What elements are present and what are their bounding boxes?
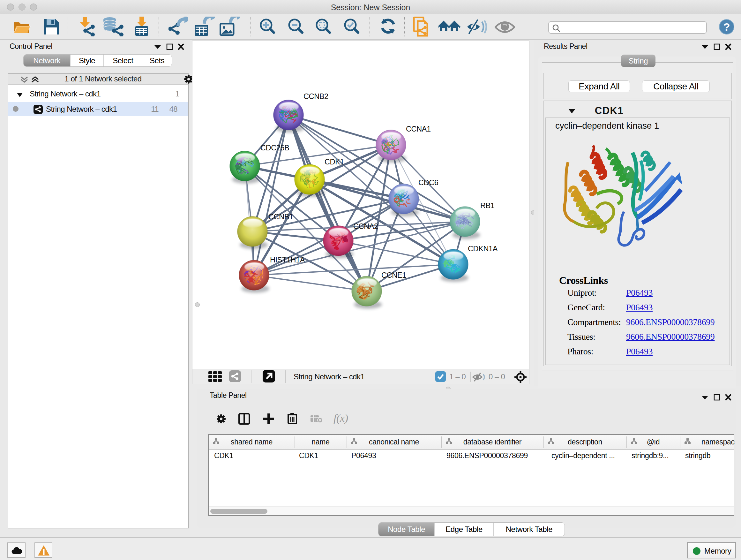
- svg-text:CCNA1: CCNA1: [406, 125, 431, 133]
- svg-text:CCNE1: CCNE1: [381, 271, 406, 279]
- svg-text:CDKN1A: CDKN1A: [468, 245, 498, 253]
- svg-text:CDC25B: CDC25B: [260, 144, 289, 152]
- svg-text:CCNB2: CCNB2: [304, 92, 328, 101]
- svg-text:CCNB1: CCNB1: [268, 212, 293, 221]
- svg-text:RB1: RB1: [480, 201, 495, 210]
- svg-text:CDC6: CDC6: [418, 179, 439, 187]
- svg-text:CDK1: CDK1: [325, 158, 344, 166]
- svg-text:?: ?: [724, 21, 730, 33]
- svg-text:HIST1H1A: HIST1H1A: [270, 256, 305, 264]
- svg-text:CCNA2: CCNA2: [353, 222, 378, 231]
